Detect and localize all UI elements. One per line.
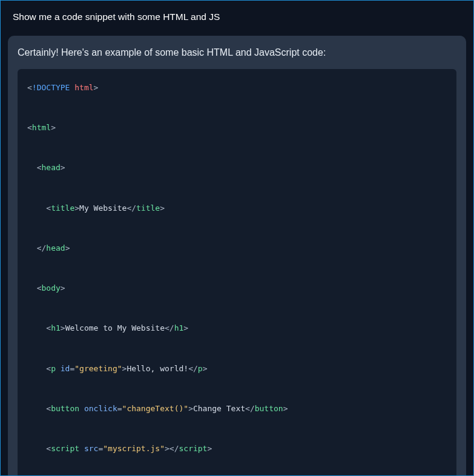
assistant-response-card: Certainly! Here's an example of some bas… (8, 36, 466, 476)
response-intro: Certainly! Here's an example of some bas… (18, 45, 456, 61)
user-prompt: Show me a code snippet with some HTML an… (8, 12, 466, 22)
code-block-html[interactable]: <!DOCTYPE html> <html> <head> <title>My … (18, 69, 456, 476)
